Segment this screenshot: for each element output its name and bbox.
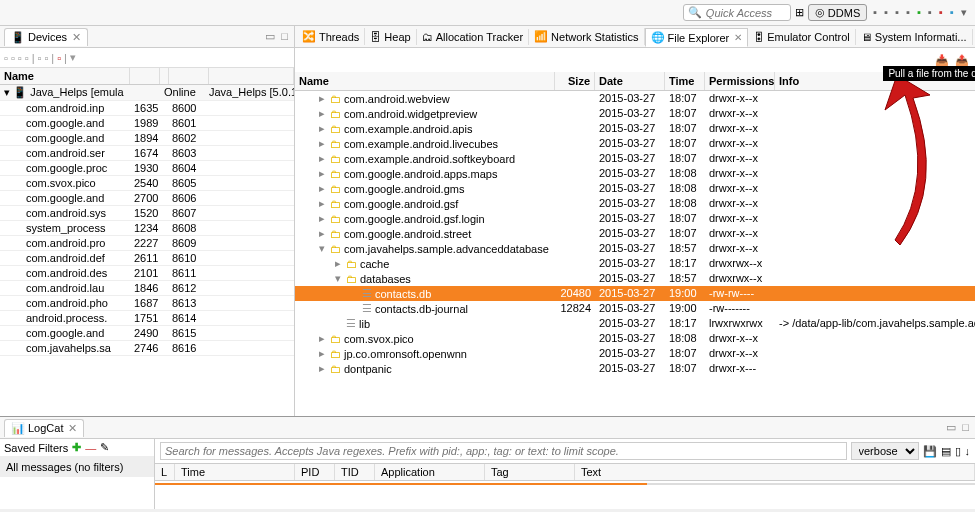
file-row[interactable]: ▸🗀 com.example.android.apis2015-03-2718:…: [295, 121, 975, 136]
remove-filter-icon[interactable]: —: [85, 442, 96, 454]
maximize-icon[interactable]: □: [281, 30, 288, 43]
tab-network[interactable]: 📶 Network Statistics: [529, 28, 644, 45]
tab-heap[interactable]: 🗄 Heap: [365, 29, 416, 45]
all-messages-filter[interactable]: All messages (no filters): [0, 457, 154, 477]
ddms-button[interactable]: ◎ DDMS: [808, 4, 867, 21]
logcat-search-input[interactable]: [160, 442, 847, 460]
process-row[interactable]: com.android.ser16748603: [0, 146, 294, 161]
col-date[interactable]: Date: [595, 72, 665, 90]
col-level[interactable]: L: [155, 464, 175, 480]
close-icon[interactable]: ✕: [734, 32, 742, 43]
process-row[interactable]: com.android.pro22278609: [0, 236, 294, 251]
dash-icon[interactable]: ▪: [873, 6, 877, 18]
file-row[interactable]: ☰ contacts.db-journal128242015-03-2719:0…: [295, 301, 975, 316]
file-row[interactable]: ☰ contacts.db204802015-03-2719:00-rw-rw-…: [295, 286, 975, 301]
perspective-icon[interactable]: ⊞: [795, 6, 804, 19]
col-size[interactable]: Size: [555, 72, 595, 90]
col-tag[interactable]: Tag: [485, 464, 575, 480]
save-log-icon[interactable]: 💾: [923, 445, 937, 458]
dash-icon[interactable]: ▾: [961, 6, 967, 18]
file-row[interactable]: ▸🗀 com.android.widgetpreview2015-03-2718…: [295, 106, 975, 121]
file-row[interactable]: ▸🗀 cache2015-03-2718:17drwxrwx--x: [295, 256, 975, 271]
push-file-icon[interactable]: 📤: [955, 54, 969, 67]
process-row[interactable]: com.android.des21018611: [0, 266, 294, 281]
process-row[interactable]: com.android.lau18468612: [0, 281, 294, 296]
process-row[interactable]: com.svox.pico25408605: [0, 176, 294, 191]
col-time[interactable]: Time: [665, 72, 705, 90]
process-row[interactable]: com.android.pho16878613: [0, 296, 294, 311]
clear-log-icon[interactable]: ▯: [955, 445, 961, 458]
device-root-row[interactable]: ▾ 📱 Java_Helps [emula Online Java_Helps …: [0, 85, 294, 101]
close-icon[interactable]: ✕: [68, 422, 77, 435]
col-name[interactable]: Name: [295, 72, 555, 90]
file-row[interactable]: ▸🗀 com.google.android.gsf.login2015-03-2…: [295, 211, 975, 226]
col-pid[interactable]: [130, 68, 160, 84]
process-row[interactable]: com.google.and24908615: [0, 326, 294, 341]
dash-icon[interactable]: ▪: [950, 6, 954, 18]
minimize-icon[interactable]: ▭: [946, 421, 956, 434]
quick-access-box[interactable]: 🔍: [683, 4, 791, 21]
minimize-icon[interactable]: ▭: [265, 30, 275, 43]
col-time[interactable]: Time: [175, 464, 295, 480]
file-row[interactable]: ▸🗀 com.example.android.softkeyboard2015-…: [295, 151, 975, 166]
file-row[interactable]: ▾🗀 databases2015-03-2718:57drwxrwx--x: [295, 271, 975, 286]
file-row[interactable]: ▸🗀 com.google.android.gms2015-03-2718:08…: [295, 181, 975, 196]
process-row[interactable]: com.android.inp16358600: [0, 101, 294, 116]
file-row[interactable]: ▸🗀 com.google.android.gsf2015-03-2718:08…: [295, 196, 975, 211]
col-text[interactable]: Text: [575, 464, 975, 480]
debug-icon[interactable]: ▫: [25, 52, 29, 64]
process-row[interactable]: android.process.17518614: [0, 311, 294, 326]
process-row[interactable]: system_process12348608: [0, 221, 294, 236]
tab-threads[interactable]: 🔀 Threads: [297, 28, 365, 45]
process-row[interactable]: com.google.and27008606: [0, 191, 294, 206]
file-row[interactable]: ▸🗀 com.android.webview2015-03-2718:07drw…: [295, 91, 975, 106]
screenshot-icon[interactable]: ▫: [37, 52, 41, 64]
file-row[interactable]: ▸🗀 com.svox.pico2015-03-2718:08drwxr-x--…: [295, 331, 975, 346]
file-row[interactable]: ▸🗀 com.example.android.livecubes2015-03-…: [295, 136, 975, 151]
process-row[interactable]: com.android.def26118610: [0, 251, 294, 266]
file-row[interactable]: ▸🗀 jp.co.omronsoft.openwnn2015-03-2718:0…: [295, 346, 975, 361]
scroll-lock-icon[interactable]: ↓: [965, 445, 971, 457]
export-log-icon[interactable]: ▤: [941, 445, 951, 458]
dump-icon[interactable]: ▫: [44, 52, 48, 64]
stop-icon[interactable]: ▫: [57, 52, 61, 64]
dash-icon[interactable]: ▪: [939, 6, 943, 18]
debug-icon[interactable]: ▫: [18, 52, 22, 64]
tab-devices[interactable]: 📱 Devices ✕: [4, 28, 88, 46]
dash-icon[interactable]: ▪: [884, 6, 888, 18]
debug-icon[interactable]: ▫: [4, 52, 8, 64]
quick-access-input[interactable]: [706, 7, 786, 19]
edit-filter-icon[interactable]: ✎: [100, 441, 109, 454]
pull-file-icon[interactable]: 📥: [935, 54, 949, 67]
add-filter-icon[interactable]: ✚: [72, 441, 81, 454]
dash-icon[interactable]: ▪: [917, 6, 921, 18]
col-pid[interactable]: PID: [295, 464, 335, 480]
file-row[interactable]: ☰ lib2015-03-2718:17lrwxrwxrwx-> /data/a…: [295, 316, 975, 331]
gc-icon[interactable]: ▾: [70, 51, 76, 64]
dash-icon[interactable]: ▪: [895, 6, 899, 18]
process-row[interactable]: com.google.and18948602: [0, 131, 294, 146]
process-row[interactable]: com.google.and19898601: [0, 116, 294, 131]
tab-alloc[interactable]: 🗂 Allocation Tracker: [417, 29, 529, 45]
file-row[interactable]: ▾🗀 com.javahelps.sample.advanceddatabase…: [295, 241, 975, 256]
dash-icon[interactable]: ▪: [928, 6, 932, 18]
dash-icon[interactable]: ▪: [906, 6, 910, 18]
col-perm[interactable]: Permissions: [705, 72, 775, 90]
file-row[interactable]: ▸🗀 com.google.android.street2015-03-2718…: [295, 226, 975, 241]
col-name[interactable]: Name: [0, 68, 130, 84]
process-row[interactable]: com.javahelps.sa27468616: [0, 341, 294, 356]
process-row[interactable]: com.android.sys15208607: [0, 206, 294, 221]
log-level-select[interactable]: verbose: [851, 442, 919, 460]
file-row[interactable]: ▸🗀 com.google.android.apps.maps2015-03-2…: [295, 166, 975, 181]
debug-icon[interactable]: ▫: [11, 52, 15, 64]
tab-emulator[interactable]: 🎛 Emulator Control: [748, 29, 856, 45]
maximize-icon[interactable]: □: [962, 421, 969, 434]
tab-sysinfo[interactable]: 🖥 System Informati...: [856, 29, 973, 45]
file-row[interactable]: ▸🗀 dontpanic2015-03-2718:07drwxr-x---: [295, 361, 975, 376]
tab-logcat[interactable]: 📊 LogCat ✕: [4, 419, 84, 437]
col-app[interactable]: Application: [375, 464, 485, 480]
col-tid[interactable]: TID: [335, 464, 375, 480]
tab-file-explorer[interactable]: 🌐 File Explorer ✕: [645, 28, 749, 47]
close-icon[interactable]: ✕: [72, 31, 81, 44]
process-row[interactable]: com.google.proc19308604: [0, 161, 294, 176]
